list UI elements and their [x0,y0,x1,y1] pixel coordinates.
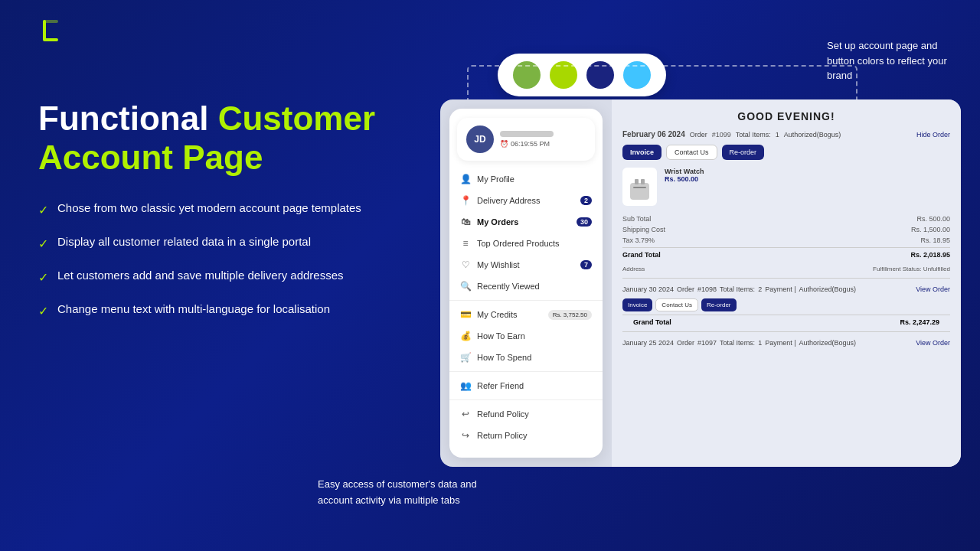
orders-badge: 30 [577,217,592,227]
product-card: Wrist Watch Rs. 500.00 [612,163,961,210]
view-order-1-link[interactable]: View Order [916,285,950,293]
credit-value-badge: Rs. 3,752.50 [548,310,592,320]
menu-divider-3 [449,399,603,400]
subtotal-row: Sub Total Rs. 500.00 [622,214,950,224]
check-icon-2: ✓ [38,235,48,253]
order-divider-2 [622,331,950,332]
spend-icon: 🛒 [460,352,471,363]
main-content: GOOD EVENING! February 06 2024 Order #10… [612,99,961,467]
menu-item-how-spend[interactable]: 🛒 How To Spend [449,347,603,368]
address-label: Address [622,266,645,272]
contact-button-past1[interactable]: Contact Us [655,298,698,311]
contact-button[interactable]: Contact Us [666,145,717,160]
return-icon: ↪ [460,430,471,441]
delivery-badge: 2 [580,196,592,205]
feature-1: ✓ Chose from two classic yet modern acco… [38,200,390,220]
fulfillment-label: Fulfillment Status: Unfulfilled [873,266,950,272]
refund-icon: ↩ [460,409,471,419]
past-order-2-id: #1097 [697,339,717,347]
order-meta: Address Fulfillment Status: Unfulfilled [612,263,961,275]
total-items-label: Total Items: [736,131,771,139]
view-order-2-link[interactable]: View Order [916,339,950,347]
past-order-1-id: #1098 [697,285,717,293]
menu-item-credits[interactable]: 💳 My Credits Rs. 3,752.50 [449,304,603,325]
sidebar: JD ⏰ 06:19:55 PM 👤 My Profile 📍 De [449,109,603,458]
product-image [622,168,657,206]
refer-icon: 👥 [460,380,471,391]
menu-item-how-earn[interactable]: 💰 How To Earn [449,325,603,347]
left-content: Functional Customer Account Page ✓ Chose… [38,99,390,321]
menu-divider-2 [449,371,603,372]
order-id-current: #1099 [712,131,731,139]
grand-total-row: Grand Total Rs. 2,018.95 [622,247,950,260]
product-details: Wrist Watch Rs. 500.00 [665,168,704,183]
bag-icon: 🛍 [460,217,471,227]
menu-item-delivery[interactable]: 📍 Delivery Address 2 [449,190,603,211]
clock-icon: ⏰ [500,140,508,148]
tax-row: Tax 3.79% Rs. 18.95 [622,235,950,246]
product-price: Rs. 500.00 [665,175,704,183]
features-list: ✓ Chose from two classic yet modern acco… [38,200,390,321]
earn-icon: 💰 [460,331,471,341]
hide-order-link[interactable]: Hide Order [916,131,950,139]
order-actions: Invoice Contact Us Re-order [612,142,961,163]
menu-item-wishlist[interactable]: ♡ My Wishlist 7 [449,254,603,276]
search-icon: 🔍 [460,281,471,292]
page-title: Functional Customer Account Page [38,99,390,177]
payment-status: Authorized(Bogus) [784,131,841,139]
credit-icon: 💳 [460,309,471,320]
greeting: GOOD EVENING! [612,99,961,127]
menu-section: 👤 My Profile 📍 Delivery Address 2 🛍 My O… [449,168,603,448]
menu-item-recently-viewed[interactable]: 🔍 Recently Viewed [449,276,603,297]
app-window: JD ⏰ 06:19:55 PM 👤 My Profile 📍 De [440,99,961,467]
menu-item-return[interactable]: ↪ Return Policy [449,425,603,446]
svg-rect-2 [641,179,645,184]
title-green: Customer [218,99,375,137]
avatar: JD [466,126,494,153]
menu-item-refund[interactable]: ↩ Refund Policy [449,403,603,425]
easy-access-note: Easy access of customer's data and accou… [318,477,479,509]
menu-item-profile[interactable]: 👤 My Profile [449,168,603,190]
invoice-button[interactable]: Invoice [622,145,662,160]
logo [38,15,69,49]
past-order-1-row: January 30 2024 Order #1098 Total Items:… [612,282,961,297]
menu-item-orders[interactable]: 🛍 My Orders 30 [449,211,603,233]
menu-divider-1 [449,300,603,301]
check-icon-3: ✓ [38,269,48,287]
past-order-2-row: January 25 2024 Order #1097 Total Items:… [612,335,961,350]
past-order-2-date: January 25 2024 [622,339,674,347]
total-items-val: 1 [776,131,779,139]
profile-name-bar [500,131,554,137]
person-icon: 👤 [460,174,471,184]
past-order-1-grand: Grand Total Rs. 2,247.29 [622,315,950,328]
current-order-header: February 06 2024 Order #1099 Total Items… [612,127,961,142]
heart-icon: ♡ [460,259,471,270]
reorder-button-past1[interactable]: Re-order [701,298,737,311]
order-label: Order [690,131,707,139]
menu-item-refer[interactable]: 👥 Refer Friend [449,375,603,396]
title-white: Functional [38,99,208,137]
order-summary: Sub Total Rs. 500.00 Shipping Cost Rs. 1… [612,210,961,263]
check-icon-1: ✓ [38,201,48,220]
feature-4: ✓ Change menu text with multi-language f… [38,301,390,321]
shipping-row: Shipping Cost Rs. 1,500.00 [622,224,950,235]
past-order-1-date: January 30 2024 [622,285,674,293]
svg-rect-3 [633,187,646,188]
order-date-current: February 06 2024 [622,130,685,139]
location-icon: 📍 [460,195,471,206]
profile-card[interactable]: JD ⏰ 06:19:55 PM [457,118,595,161]
feature-2: ✓ Display all customer related data in a… [38,233,390,253]
feature-3: ✓ Let customers add and save multiple de… [38,267,390,287]
order-divider-1 [622,278,950,279]
past-order-1-actions: Invoice Contact Us Re-order [612,297,961,313]
menu-item-top-products[interactable]: ≡ Top Ordered Products [449,233,603,254]
reorder-button[interactable]: Re-order [722,145,765,160]
svg-rect-0 [630,183,649,200]
list-icon: ≡ [460,238,471,249]
check-icon-4: ✓ [38,302,48,321]
invoice-button-past1[interactable]: Invoice [622,298,652,311]
wishlist-badge: 7 [580,260,592,269]
product-name: Wrist Watch [665,168,704,175]
mockup-container: Set up account page and button colors to… [429,15,965,536]
title-green2: Account Page [38,139,263,176]
